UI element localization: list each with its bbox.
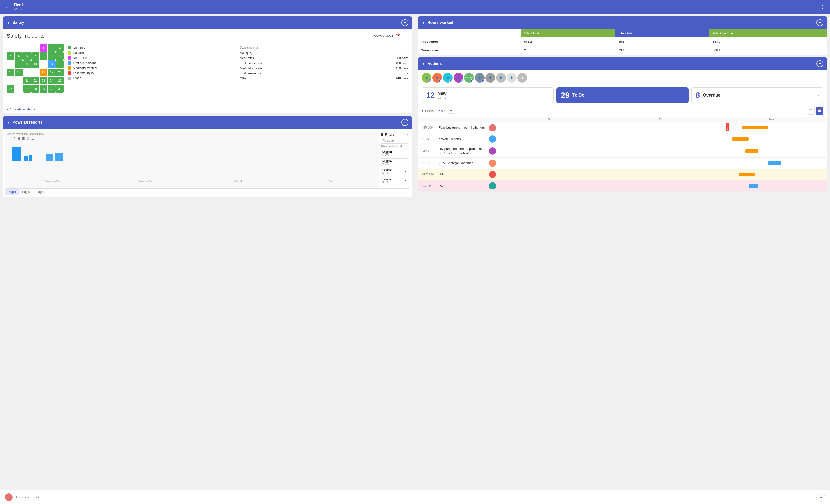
cal-day-14[interactable]: 14 (48, 60, 56, 68)
tab-page2[interactable]: Page2 (19, 189, 34, 195)
safety-section-header[interactable]: ▼ Safety + (3, 17, 412, 29)
powerbi-add-button[interactable]: + (402, 119, 408, 126)
avatar-2[interactable]: 👤 7 (433, 73, 442, 83)
action-text-a334: powerBI reports (439, 137, 486, 141)
filter-column1[interactable]: Column1is (All) ✓ (381, 149, 408, 157)
cal-day-19[interactable]: 19 (48, 68, 56, 76)
right-panel: ▼ Hours worked + Site 1 total Site 2 tot… (415, 13, 830, 504)
send-button[interactable]: ➤ (817, 493, 825, 502)
cal-day-1[interactable]: 1 (40, 44, 47, 52)
cal-day-7[interactable]: 7 (31, 52, 39, 60)
sort-up-icon[interactable]: ↑ (7, 136, 9, 140)
hours-col-overtime: Total Overtime (709, 29, 827, 37)
action-timeline-a334 (500, 134, 827, 144)
cal-day-13[interactable]: 13 (31, 60, 39, 68)
avatar-6[interactable]: 👤 1 (475, 73, 484, 83)
cal-day-16[interactable]: 16 (7, 68, 14, 76)
cal-day-26[interactable]: 26 (7, 85, 14, 93)
hours-chevron-icon: ▼ (422, 21, 425, 25)
action-info-mnt196: MNT-196 shhhh (418, 169, 500, 180)
cal-day-2[interactable]: 2 (48, 44, 56, 52)
safety-footer[interactable]: › 1 Safety Incidents (3, 105, 412, 113)
cal-day-15[interactable]: 15 (56, 60, 64, 68)
avatar-7[interactable]: 👤 (485, 73, 495, 83)
avatar-5[interactable]: iChange 1 (464, 73, 474, 83)
tab-page1[interactable]: Page1 (5, 189, 19, 195)
cal-day-5[interactable]: 5 (15, 52, 23, 60)
safety-incidents-link[interactable]: 1 Safety Incidents (10, 107, 35, 111)
sort-down-icon[interactable]: ↓ (10, 136, 12, 140)
more-chart-icon[interactable]: … (31, 136, 34, 140)
cal-day-17[interactable]: 17 (15, 68, 23, 76)
avatar-8[interactable]: 👤 (496, 73, 506, 83)
gantt-bar-a3166 (768, 161, 781, 165)
cal-day-27[interactable]: 27 (23, 85, 31, 93)
cal-day-11[interactable]: 11 (15, 60, 23, 68)
cal-day-10[interactable]: 10 (56, 52, 64, 60)
cal-day-21[interactable]: 21 (23, 77, 31, 85)
avatar-more-button[interactable]: ⋮ (817, 75, 823, 81)
reset-link[interactable]: Reset (437, 109, 445, 113)
cal-day-20[interactable]: 20 (56, 68, 64, 76)
cal-day-25[interactable]: 25 (56, 77, 64, 85)
stat-new[interactable]: 12 New 24 Hrs (422, 87, 553, 103)
avatar-10[interactable]: PF (517, 73, 527, 83)
svg-rect-1 (24, 156, 28, 161)
powerbi-section-header[interactable]: ▼ PowerBI reports + (3, 116, 412, 129)
funnel-icon[interactable]: ⊞ (22, 136, 25, 140)
legend-item-first-aid: First aid incident (68, 61, 236, 65)
cal-day-9[interactable]: 9 (48, 52, 56, 60)
cal-day-18[interactable]: 18 (40, 68, 47, 76)
cal-day-3[interactable]: 3 (56, 44, 64, 52)
cal-day-30[interactable]: 30 (48, 85, 56, 93)
filter-dropdown[interactable]: ▼ (448, 108, 455, 114)
action-info-imp106: IMP-106 Faucibus turpis in eu mi bibendu… (418, 122, 500, 133)
stat-overdue[interactable]: 8 Overdue › (692, 87, 823, 103)
legend-item-lost-time: Lost time injury (68, 71, 236, 75)
split-icon[interactable]: ⇅ (13, 136, 16, 140)
expand-icon[interactable]: ⬡ (26, 136, 29, 140)
filters-expand-icon[interactable]: › (407, 133, 408, 136)
cal-day-4[interactable]: 4 (7, 52, 14, 60)
cal-day-6[interactable]: 6 (23, 52, 31, 60)
back-button[interactable]: ← (5, 4, 10, 10)
filters-button[interactable]: ≡ Filters (422, 109, 434, 113)
comment-input[interactable] (15, 495, 813, 499)
calendar-view-button[interactable]: 📅 (816, 107, 823, 115)
cal-day-31[interactable]: 31 (56, 85, 64, 93)
days-no-injury: No injury- (240, 51, 409, 55)
hours-add-button[interactable]: + (817, 19, 823, 26)
cal-day-28[interactable]: 28 (31, 85, 39, 93)
gantt-bar-a334 (732, 137, 748, 141)
filters-more-icon[interactable]: … (406, 145, 408, 148)
cal-day-23[interactable]: 23 (40, 77, 47, 85)
avatar-1[interactable]: 👤 13 (422, 73, 432, 83)
safety-more-button[interactable]: ⋮ (402, 33, 408, 38)
filter-column4[interactable]: Column4is (All) ✓ (381, 167, 408, 175)
filter-icon[interactable]: ⊕ (18, 136, 21, 140)
tab-page3[interactable]: page 3 (34, 189, 49, 195)
filters-on-visual-label: Filters on this visual … (381, 145, 408, 148)
cal-day-29[interactable]: 29 (40, 85, 47, 93)
avatar-4[interactable]: 👤 3 (454, 73, 463, 83)
list-view-button[interactable]: ☰ (807, 107, 815, 115)
actions-section-header[interactable]: ▼ Actions + (418, 58, 827, 70)
safety-add-button[interactable]: + (402, 19, 408, 26)
cal-day-24[interactable]: 24 (48, 77, 56, 85)
cal-day-8[interactable]: 8 (40, 52, 47, 60)
avatar-9[interactable]: 👤 (507, 73, 516, 83)
main-layout: ▼ Safety + Safety Incidents October 2021… (0, 13, 830, 504)
avatar-3[interactable]: 👤 4 (443, 73, 453, 83)
header-menu-button[interactable]: ⋮ (820, 4, 825, 10)
cal-day-12[interactable]: 12 (23, 60, 31, 68)
action-avatar-a334 (489, 135, 496, 143)
cal-day-22[interactable]: 22 (31, 77, 39, 85)
filter-column2[interactable]: Column2is (All) ✓ (381, 158, 408, 166)
hours-section-header[interactable]: ▼ Hours worked + (418, 17, 827, 29)
calendar-icon[interactable]: 📅 (395, 33, 400, 38)
filter-search-box[interactable]: 🔍 Search (381, 138, 408, 144)
actions-add-button[interactable]: + (817, 60, 823, 67)
timeline-months: Sep Oct Nov (495, 117, 827, 122)
stat-todo[interactable]: 29 To Do (556, 87, 688, 103)
filter-column5[interactable]: Column5is (All) ✓ (381, 177, 408, 184)
